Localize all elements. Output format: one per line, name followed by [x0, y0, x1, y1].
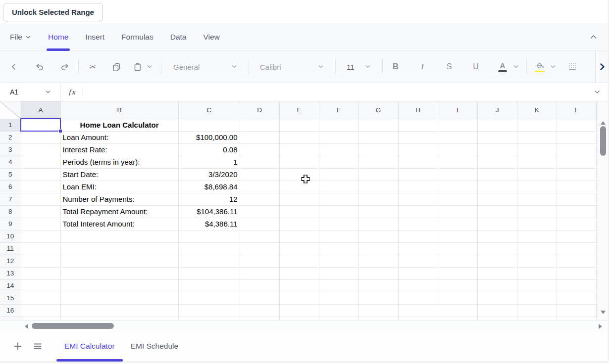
paste-button[interactable] [130, 60, 144, 74]
horizontal-scrollbar-thumb[interactable] [32, 323, 114, 329]
cell-J5[interactable] [477, 168, 517, 181]
cell-F15[interactable] [319, 292, 358, 304]
cell-C16[interactable] [178, 304, 240, 317]
cell-B13[interactable] [60, 267, 178, 279]
cell-J12[interactable] [477, 255, 517, 267]
cell-F1[interactable] [319, 119, 358, 131]
cell-E8[interactable] [279, 205, 319, 218]
cell-C3[interactable]: 0.08 [178, 143, 240, 156]
cell-A3[interactable] [21, 143, 60, 156]
sheet-tab-emi-schedule[interactable]: EMI Schedule [123, 330, 187, 362]
cell-D14[interactable] [240, 279, 279, 292]
cell-K11[interactable] [517, 242, 557, 255]
cell-E1[interactable] [279, 119, 319, 131]
cell-J3[interactable] [477, 143, 517, 156]
cell-D12[interactable] [240, 255, 279, 267]
sheet-list-button[interactable] [33, 341, 43, 351]
column-header-F[interactable]: F [319, 101, 358, 119]
cell-A11[interactable] [21, 242, 60, 255]
cell-H1[interactable] [398, 119, 438, 131]
cell-B9[interactable]: Total Interest Amount: [60, 218, 178, 230]
column-header-L[interactable]: L [557, 101, 596, 119]
menu-item-file[interactable]: File [10, 23, 31, 50]
cell-E4[interactable] [279, 156, 319, 168]
font-size-dropdown[interactable]: 11 [342, 63, 376, 71]
cell-partial[interactable] [358, 317, 398, 320]
fill-color-button[interactable] [533, 60, 547, 74]
cell-B2[interactable]: Loan Amount: [60, 131, 178, 143]
cell-B8[interactable]: Total Repayment Amount: [60, 205, 178, 218]
cell-B3[interactable]: Interest Rate: [60, 143, 178, 156]
row-header-7[interactable]: 7 [0, 193, 21, 205]
cell-H16[interactable] [398, 304, 438, 317]
cell-F12[interactable] [319, 255, 358, 267]
cell-H8[interactable] [398, 205, 438, 218]
text-color-button[interactable]: A [496, 60, 510, 74]
cell-A14[interactable] [21, 279, 60, 292]
strikethrough-button[interactable]: S [442, 60, 456, 74]
toolbar-scroll-left-button[interactable] [7, 60, 21, 74]
cell-B1[interactable]: Home Loan Calculator [60, 119, 178, 131]
cell-L7[interactable] [557, 193, 596, 205]
cell-D11[interactable] [240, 242, 279, 255]
cell-D7[interactable] [240, 193, 279, 205]
cell-G4[interactable] [358, 156, 398, 168]
paste-options-button[interactable] [145, 60, 154, 74]
cell-G9[interactable] [358, 218, 398, 230]
cell-partial[interactable] [240, 317, 279, 320]
cell-J8[interactable] [477, 205, 517, 218]
cell-I3[interactable] [438, 143, 477, 156]
cell-H4[interactable] [398, 156, 438, 168]
cell-D4[interactable] [240, 156, 279, 168]
cell-partial[interactable] [279, 317, 319, 320]
cell-H3[interactable] [398, 143, 438, 156]
cell-A5[interactable] [21, 168, 60, 181]
column-header-D[interactable]: D [240, 101, 279, 119]
cell-I5[interactable] [438, 168, 477, 181]
cell-H2[interactable] [398, 131, 438, 143]
row-header-14[interactable]: 14 [0, 279, 21, 292]
cell-C7[interactable]: 12 [178, 193, 240, 205]
cell-A13[interactable] [21, 267, 60, 279]
cell-L2[interactable] [557, 131, 596, 143]
cell-F11[interactable] [319, 242, 358, 255]
cell-partial[interactable] [398, 317, 438, 320]
expand-formula-bar-button[interactable] [593, 88, 601, 96]
cell-G16[interactable] [358, 304, 398, 317]
cell-L8[interactable] [557, 205, 596, 218]
cell-L13[interactable] [557, 267, 596, 279]
cell-L12[interactable] [557, 255, 596, 267]
cell-J2[interactable] [477, 131, 517, 143]
cell-H14[interactable] [398, 279, 438, 292]
cell-I1[interactable] [438, 119, 477, 131]
cell-K9[interactable] [517, 218, 557, 230]
cell-B15[interactable] [60, 292, 178, 304]
cell-B14[interactable] [60, 279, 178, 292]
cell-G8[interactable] [358, 205, 398, 218]
cell-C2[interactable]: $100,000.00 [178, 131, 240, 143]
row-header-16[interactable]: 16 [0, 304, 21, 317]
cell-J11[interactable] [477, 242, 517, 255]
column-header-E[interactable]: E [279, 101, 319, 119]
cell-K10[interactable] [517, 230, 557, 242]
cell-C11[interactable] [178, 242, 240, 255]
menu-item-insert[interactable]: Insert [85, 23, 104, 50]
cell-H10[interactable] [398, 230, 438, 242]
cell-D8[interactable] [240, 205, 279, 218]
add-sheet-button[interactable] [13, 341, 23, 351]
cell-K3[interactable] [517, 143, 557, 156]
cell-D2[interactable] [240, 131, 279, 143]
scroll-left-arrow[interactable] [25, 324, 28, 329]
cell-C4[interactable]: 1 [178, 156, 240, 168]
cell-I7[interactable] [438, 193, 477, 205]
vertical-scrollbar[interactable] [598, 101, 608, 320]
cell-K14[interactable] [517, 279, 557, 292]
cell-I8[interactable] [438, 205, 477, 218]
cell-J4[interactable] [477, 156, 517, 168]
cell-L10[interactable] [557, 230, 596, 242]
cell-C13[interactable] [178, 267, 240, 279]
cell-E11[interactable] [279, 242, 319, 255]
row-header-13[interactable]: 13 [0, 267, 21, 279]
cell-F5[interactable] [319, 168, 358, 181]
cell-F8[interactable] [319, 205, 358, 218]
